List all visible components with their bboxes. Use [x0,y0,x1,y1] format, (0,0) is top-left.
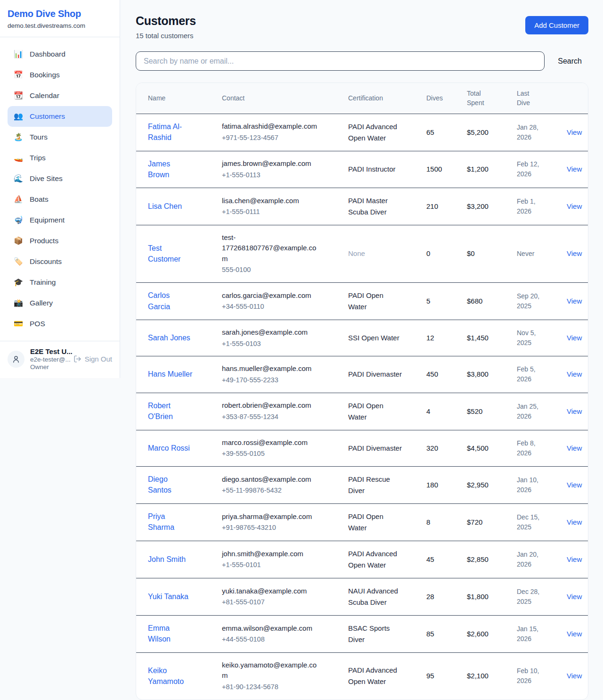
customer-name-link[interactable]: Priya Sharma [148,511,193,533]
customer-name-link[interactable]: Fatima Al-Rashid [148,121,193,143]
customer-email: fatima.alrashid@example.com [222,121,318,132]
customer-name-link[interactable]: Lisa Chen [148,201,182,212]
cell-name: Carlos Garcia [136,283,216,320]
sidebar-item-bookings[interactable]: 📅Bookings [8,65,112,85]
sidebar-item-label: Calendar [30,90,59,101]
sidebar-item-discounts[interactable]: 🏷️Discounts [8,251,112,272]
view-link[interactable]: View [567,481,582,489]
view-link[interactable]: View [567,593,582,601]
sidebar-item-boats[interactable]: ⛵Boats [8,189,112,210]
view-link[interactable]: View [567,407,582,415]
page-subtitle: 15 total customers [136,32,196,40]
view-link[interactable]: View [567,297,582,305]
cell-action: View [561,225,588,282]
customer-last-dive: Feb 8, 2026 [517,438,550,458]
sidebar-item-dashboard[interactable]: 📊Dashboard [8,44,112,65]
island-icon: 🏝️ [13,132,24,143]
sidebar-item-customers[interactable]: 👥Customers [8,106,112,127]
cell-certification: PADI Divemaster [342,430,421,466]
cell-name: Priya Sharma [136,503,216,541]
column-header: Name [136,83,216,114]
customer-phone: +1-555-0111 [222,207,337,217]
table-row: Robert O'Brienrobert.obrien@example.com+… [136,393,588,430]
sign-out-button[interactable]: Sign Out [73,355,112,363]
customer-name-link[interactable]: Diego Santos [148,474,193,495]
cell-total-spent: $3,800 [461,356,511,393]
cell-total-spent: $680 [461,283,511,320]
view-link[interactable]: View [567,518,582,526]
customer-phone: +55-11-99876-5432 [222,486,337,496]
customer-name-link[interactable]: Carlos Garcia [148,290,193,312]
sidebar-item-label: Customers [30,111,65,122]
cell-contact: hans.mueller@example.com+49-170-555-2233 [216,356,342,393]
customer-certification: PADI Open Water [348,511,402,534]
sidebar-item-trips[interactable]: 🚤Trips [8,148,112,168]
view-link[interactable]: View [567,630,582,638]
customer-name-link[interactable]: James Brown [148,158,193,180]
column-header: Last Dive [511,83,561,114]
table-row: Lisa Chenlisa.chen@example.com+1-555-011… [136,188,588,225]
customer-phone: +39-555-0105 [222,449,337,459]
customer-last-dive: Dec 28, 2025 [517,587,550,607]
customer-last-dive: Jan 15, 2026 [517,624,550,644]
search-button[interactable]: Search [558,57,582,66]
customer-certification: PADI Rescue Diver [348,474,402,496]
view-link[interactable]: View [567,249,582,257]
customer-certification: PADI Instructor [348,164,402,175]
customer-last-dive: Feb 1, 2026 [517,197,550,216]
sidebar-item-equipment[interactable]: 🤿Equipment [8,210,112,231]
sidebar-item-label: Training [30,277,56,288]
diving-mask-icon: 🤿 [13,214,24,226]
customer-dives: 4 [426,407,430,415]
customer-email: robert.obrien@example.com [222,400,318,411]
sidebar-item-pos[interactable]: 💳POS [8,313,112,334]
sidebar-item-tours[interactable]: 🏝️Tours [8,127,112,148]
add-customer-button[interactable]: Add Customer [525,16,588,34]
speedboat-icon: 🚤 [13,152,24,164]
customer-name-link[interactable]: Yuki Tanaka [148,591,188,602]
view-link[interactable]: View [567,128,582,136]
customer-name-link[interactable]: Emma Wilson [148,623,193,644]
cell-name: James Brown [136,151,216,188]
customer-dives: 85 [426,630,434,638]
customer-name-link[interactable]: John Smith [148,554,186,565]
customer-dives: 1500 [426,165,442,173]
sign-out-label: Sign Out [85,355,112,363]
search-input[interactable] [136,51,545,71]
customer-dives: 45 [426,555,434,563]
view-link[interactable]: View [567,444,582,452]
cell-total-spent: $2,100 [461,652,511,699]
graduation-cap-icon: 🎓 [13,277,24,288]
sidebar-item-label: Equipment [30,214,65,226]
customer-name-link[interactable]: Robert O'Brien [148,400,193,422]
cell-certification: PADI Advanced Open Water [342,652,421,699]
sidebar-item-calendar[interactable]: 📆Calendar [8,85,112,106]
shop-domain: demo.test.divestreams.com [8,22,112,29]
cell-action: View [561,466,588,503]
customer-phone: 555-0100 [222,265,337,275]
view-link[interactable]: View [567,202,582,210]
sidebar-item-dive-sites[interactable]: 🌊Dive Sites [8,168,112,189]
customer-phone: +353-87-555-1234 [222,412,337,422]
view-link[interactable]: View [567,555,582,563]
customer-last-dive: Jan 25, 2026 [517,402,550,421]
cell-total-spent: $2,850 [461,541,511,578]
customer-name-link[interactable]: Test Customer [148,243,193,264]
customer-phone: +1-555-0113 [222,170,337,181]
customer-name-link[interactable]: Hans Mueller [148,369,192,379]
view-link[interactable]: View [567,165,582,173]
view-link[interactable]: View [567,334,582,342]
customer-email: james.brown@example.com [222,158,318,169]
customer-name-link[interactable]: Marco Rossi [148,443,190,453]
user-meta: E2E Test U... e2e-tester@... Owner [30,347,68,371]
sidebar-item-gallery[interactable]: 📸Gallery [8,293,112,313]
sidebar-item-training[interactable]: 🎓Training [8,272,112,293]
customer-name-link[interactable]: Keiko Yamamoto [148,665,193,687]
customer-email: emma.wilson@example.com [222,623,318,634]
calendar-date-icon: 📅 [13,69,24,81]
customer-name-link[interactable]: Sarah Jones [148,332,190,343]
view-link[interactable]: View [567,370,582,378]
cell-action: View [561,393,588,430]
sidebar-item-products[interactable]: 📦Products [8,231,112,251]
view-link[interactable]: View [567,672,582,680]
